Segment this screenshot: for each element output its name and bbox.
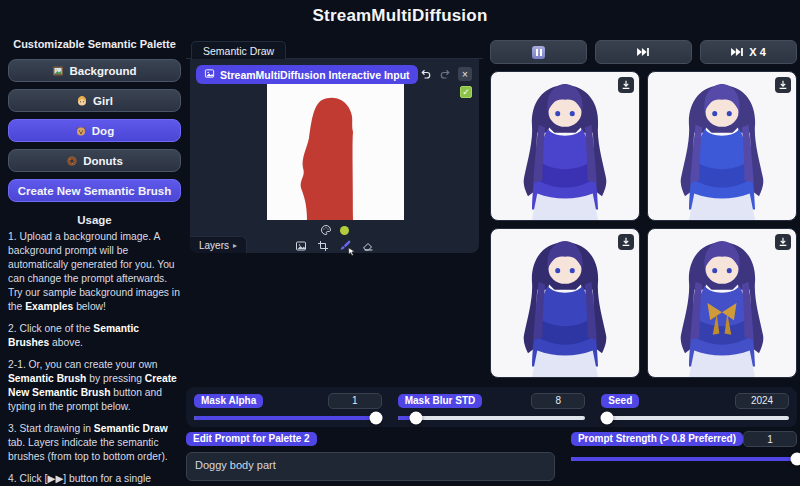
image-icon — [204, 68, 215, 81]
prompt-strength-column: Prompt Strength (> 0.8 Preferred) 1 — [571, 431, 797, 485]
prompt-strength-slider[interactable] — [571, 457, 797, 461]
palette-icon[interactable] — [320, 224, 332, 236]
page-title: StreamMultiDiffusion — [0, 6, 800, 26]
crop-tool-icon[interactable] — [317, 240, 329, 252]
batch-label: X 4 — [749, 46, 766, 58]
brush-label: Girl — [93, 95, 113, 107]
brush-button-girl[interactable]: Girl — [8, 89, 181, 112]
prompt-input[interactable]: Doggy body part — [186, 452, 555, 481]
seed-label: Seed — [601, 394, 639, 408]
usage-text: 2. Click one of the — [8, 323, 93, 334]
result-image-2[interactable] — [647, 71, 797, 221]
result-image-1[interactable] — [490, 71, 640, 221]
editor-title-badge: StreamMultiDiffusion Interactive Input — [196, 65, 418, 84]
brush-tool-icon-active[interactable] — [339, 239, 352, 252]
slider-thumb[interactable] — [370, 412, 383, 425]
result-image-3[interactable] — [490, 228, 640, 378]
skip-forward-icon — [637, 48, 650, 56]
color-picker-row — [190, 224, 479, 236]
single-generation-button[interactable] — [595, 40, 692, 64]
usage-text: 4. Click [▶▶] button for a single image … — [8, 473, 167, 486]
create-new-semantic-brush-button[interactable]: Create New Semantic Brush — [8, 179, 181, 202]
mask-alpha-control: Mask Alpha 1 — [194, 393, 382, 427]
slider-thumb[interactable] — [410, 412, 423, 425]
slider-thumb[interactable] — [600, 412, 613, 425]
slider-thumb[interactable] — [791, 453, 800, 466]
brush-button-background[interactable]: Background — [8, 59, 181, 82]
tab-semantic-draw[interactable]: Semantic Draw — [191, 41, 286, 61]
brush-button-donuts[interactable]: Donuts — [8, 149, 181, 172]
donut-emoji-icon — [66, 155, 78, 167]
close-icon[interactable]: × — [458, 67, 472, 81]
layers-label: Layers — [199, 240, 229, 251]
chevron-right-icon: ▸ — [233, 241, 237, 250]
layers-panel-toggle[interactable]: Layers ▸ — [190, 236, 247, 253]
prompt-section: Edit Prompt for Palette 2 Doggy body par… — [186, 431, 797, 485]
generation-buttons: X 4 — [490, 40, 797, 64]
mask-alpha-slider[interactable] — [194, 416, 382, 420]
download-icon[interactable] — [775, 234, 791, 250]
usage-paragraph: 1. Upload a background image. A backgrou… — [8, 230, 181, 314]
upload-image-tool-icon[interactable] — [295, 240, 307, 252]
download-icon[interactable] — [618, 77, 634, 93]
picture-frame-icon — [52, 65, 64, 77]
redo-icon[interactable] — [439, 68, 451, 80]
usage-bold-text: Semantic Draw — [94, 423, 168, 434]
seed-control: Seed 2024 — [601, 393, 789, 427]
cursor-pointer-icon — [347, 247, 356, 256]
usage-bold-text: Examples — [25, 301, 73, 312]
active-color-swatch[interactable] — [340, 226, 349, 235]
usage-text-block: 1. Upload a background image. A backgrou… — [8, 230, 181, 486]
mask-blur-value[interactable]: 8 — [531, 393, 585, 409]
download-icon[interactable] — [775, 77, 791, 93]
skip-forward-icon — [731, 48, 744, 56]
mask-alpha-label: Mask Alpha — [194, 394, 263, 408]
mask-controls: Mask Alpha 1 Mask Blur STD 8 Seed 2024 — [186, 387, 797, 427]
generation-panel: X 4 — [490, 40, 797, 378]
editor-history-controls: × — [420, 67, 472, 81]
usage-paragraph: 2. Click one of the Semantic Brushes abo… — [8, 322, 181, 350]
stream-toggle-button[interactable] — [490, 40, 587, 64]
girl-emoji-icon — [76, 95, 88, 107]
editor-title: StreamMultiDiffusion Interactive Input — [220, 69, 410, 81]
drawing-canvas[interactable] — [267, 84, 404, 220]
usage-text: tab. Layers indicate the semantic brushe… — [8, 437, 168, 462]
seed-slider[interactable] — [601, 416, 789, 420]
palette-heading: Customizable Semantic Palette — [8, 38, 181, 50]
result-image-grid — [490, 71, 797, 378]
red-mask-stroke — [267, 84, 404, 220]
result-image-4[interactable] — [647, 228, 797, 378]
eraser-tool-icon[interactable] — [362, 240, 374, 252]
usage-text: by pressing — [86, 373, 144, 384]
usage-text: 2-1. Or, you can create your own — [8, 359, 157, 370]
sidebar: Customizable Semantic Palette Background… — [8, 38, 181, 486]
image-editor: StreamMultiDiffusion Interactive Input ×… — [190, 59, 479, 253]
usage-paragraph: 4. Click [▶▶] button for a single image … — [8, 472, 181, 486]
usage-text: 1. Upload a background image. A backgrou… — [8, 231, 180, 312]
checked-checkbox-icon[interactable]: ✓ — [460, 86, 472, 98]
batch-generation-button[interactable]: X 4 — [700, 40, 797, 64]
undo-icon[interactable] — [420, 68, 432, 80]
usage-text: above. — [49, 337, 83, 348]
prompt-edit-column: Edit Prompt for Palette 2 Doggy body par… — [186, 431, 555, 485]
tab-bar: Semantic Draw — [186, 40, 483, 59]
pause-icon — [532, 46, 545, 59]
brush-button-dog[interactable]: Dog — [8, 119, 181, 142]
usage-heading: Usage — [8, 214, 181, 226]
usage-bold-text: Semantic Brush — [8, 373, 86, 384]
brush-label: Dog — [92, 125, 114, 137]
mask-blur-label: Mask Blur STD — [398, 394, 483, 408]
mask-alpha-value[interactable]: 1 — [328, 393, 382, 409]
usage-text: below! — [73, 301, 106, 312]
mask-blur-slider[interactable] — [398, 416, 586, 420]
prompt-strength-value[interactable]: 1 — [743, 431, 797, 447]
dog-emoji-icon — [75, 125, 87, 137]
usage-paragraph: 3. Start drawing in Semantic Draw tab. L… — [8, 422, 181, 464]
semantic-draw-panel: Semantic Draw StreamMultiDiffusion Inter… — [186, 40, 483, 253]
download-icon[interactable] — [618, 234, 634, 250]
seed-value[interactable]: 2024 — [735, 393, 789, 409]
prompt-strength-label: Prompt Strength (> 0.8 Preferred) — [571, 432, 743, 446]
brush-label: Donuts — [83, 155, 123, 167]
mask-blur-control: Mask Blur STD 8 — [398, 393, 586, 427]
usage-paragraph: 2-1. Or, you can create your own Semanti… — [8, 358, 181, 414]
